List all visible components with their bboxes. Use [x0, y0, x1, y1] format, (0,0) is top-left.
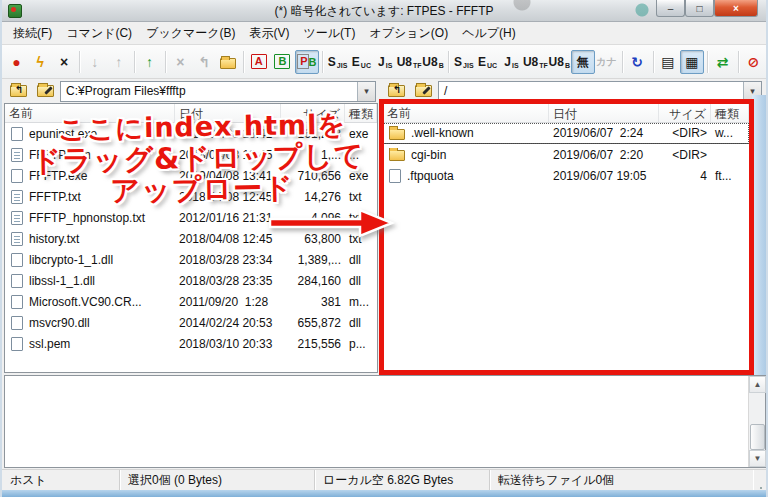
window-controls: –□× [656, 0, 758, 17]
host-kanji-utf8bom-button[interactable]: U8B [421, 50, 445, 74]
abort-button[interactable]: ⊘ [742, 50, 766, 74]
toolbar-separator [322, 51, 323, 73]
download-icon: ↓ [91, 55, 98, 69]
app-icon [8, 4, 22, 18]
local-kanji-jis-button[interactable]: JIS [500, 50, 524, 74]
local-kanji-utf8bom-button[interactable]: U8B [547, 50, 571, 74]
delete-button[interactable]: × [169, 50, 193, 74]
make-directory-button[interactable] [216, 50, 240, 74]
local-change-folder-button[interactable] [33, 81, 57, 102]
column-header-name[interactable]: 名前 [383, 104, 549, 122]
minimize-button[interactable]: – [656, 0, 685, 17]
menu-help[interactable]: ヘルプ(H) [455, 22, 523, 45]
column-header-size[interactable]: サイズ [281, 104, 345, 122]
quick-connect-button[interactable]: ϟ [29, 50, 53, 74]
title-bar: (*) 暗号化されています: FTPES - FFFTP –□× [2, 0, 766, 22]
menu-command[interactable]: コマンド(C) [59, 22, 139, 45]
local-file-list: epuninst.exe 2019/04/08 13:41 161,288 ex… [5, 123, 377, 354]
FFFTP.txt[interactable]: FFFTP.txt 2018/04/08 12:45 14,276 txt [5, 186, 377, 207]
kana-convert-button[interactable]: カナ [595, 50, 619, 74]
epuninst.exe[interactable]: epuninst.exe 2019/04/08 13:41 161,288 ex… [5, 123, 377, 144]
file-icon [11, 337, 23, 351]
column-header-date[interactable]: 日付 [549, 104, 659, 122]
log-area: ▲ ▼ [4, 375, 766, 468]
column-header-type[interactable]: 種類 [345, 104, 377, 122]
remote-file-list: .well-known 2019/06/07 2:24 <DIR> w... c… [383, 123, 749, 186]
status-bar: ホスト選択0個 (0 Bytes)ローカル空 6.82G Bytes転送待ちファ… [2, 469, 768, 490]
detail-view-icon: ▦ [685, 55, 698, 69]
host-kanji-jis-button[interactable]: JIS [373, 50, 397, 74]
column-header-date[interactable]: 日付 [175, 104, 281, 122]
download-button[interactable]: ↓ [83, 50, 107, 74]
scroll-up-button[interactable]: ▲ [749, 376, 766, 393]
menu-connect[interactable]: 接続(F) [6, 22, 59, 45]
local-path-dropdown-button[interactable]: ▾ [357, 82, 375, 101]
detail-view-button[interactable]: ▦ [680, 50, 704, 74]
host-kanji-sjis-button[interactable]: SJIS [326, 50, 350, 74]
menu-option[interactable]: オプション(O) [362, 22, 455, 45]
mirror-upload-button[interactable]: ↑ [138, 50, 162, 74]
remote-up-folder-button[interactable]: ↰ [384, 81, 408, 102]
auto-mode-button[interactable]: PB [295, 50, 319, 74]
upload-button[interactable]: ↑ [107, 50, 131, 74]
libcrypto-1_1.dll[interactable]: libcrypto-1_1.dll 2018/03/28 23:34 1,389… [5, 249, 377, 270]
binary-mode-button[interactable]: B [271, 50, 295, 74]
window-bottom-edge [2, 490, 768, 497]
toolbar-separator [79, 51, 80, 73]
rename-button[interactable]: ↰ [193, 50, 217, 74]
remote-file-pane: 名前 日付 サイズ 種類 .well-known 2019/06/07 2:24… [382, 103, 750, 373]
local-kanji-euc-button[interactable]: EUC [476, 50, 500, 74]
local-kanji-utf8bom-icon: U8 [549, 56, 564, 68]
disconnect-button[interactable]: × [53, 50, 77, 74]
sync-folders-icon: ⇄ [717, 55, 729, 69]
host-kanji-sjis-icon: S [328, 56, 336, 68]
toolbar-separator [165, 51, 166, 73]
column-header-size[interactable]: サイズ [659, 104, 711, 122]
local-path-combobox[interactable]: C:¥Program Files¥ffftp ▾ [60, 81, 376, 102]
scrollbar-thumb[interactable] [750, 424, 765, 450]
host-kanji-utf8-button[interactable]: U8TF [397, 50, 421, 74]
menu-bookmark[interactable]: ブックマーク(B) [139, 22, 242, 45]
toolbar: ●ϟ×↓↑↑×↰ABPBSJISEUCJISU8TFU8BSJISEUCJISU… [2, 45, 766, 79]
sync-folders-button[interactable]: ⇄ [711, 50, 735, 74]
menu-tool[interactable]: ツール(T) [297, 22, 363, 45]
ssl.pem[interactable]: ssl.pem 2018/03/10 20:33 215,556 p... [5, 333, 377, 354]
toolbar-separator [622, 51, 623, 73]
host-kanji-euc-button[interactable]: EUC [349, 50, 373, 74]
menu-view[interactable]: 表示(V) [243, 22, 297, 45]
log-scrollbar[interactable]: ▲ ▼ [748, 376, 765, 467]
folder-icon [389, 150, 405, 161]
column-header-name[interactable]: 名前 [5, 104, 175, 122]
refresh-button[interactable]: ↻ [626, 50, 650, 74]
column-header-type[interactable]: 種類 [711, 104, 749, 122]
file-icon [389, 169, 401, 183]
cgi-bin[interactable]: cgi-bin 2019/06/07 2:20 <DIR> [383, 144, 749, 165]
remote-path-combobox[interactable]: / ▾ [438, 81, 762, 102]
local-kanji-utf8-button[interactable]: U8TF [523, 50, 547, 74]
history.txt[interactable]: history.txt 2018/04/08 12:45 63,800 txt [5, 228, 377, 249]
.well-known[interactable]: .well-known 2019/06/07 2:24 <DIR> w... [383, 123, 749, 144]
list-view-button[interactable]: ▤ [657, 50, 681, 74]
FFFTP.chm[interactable]: FFFTP.chm 2018/04/08 12:45 1,... ... [5, 144, 377, 165]
libssl-1_1.dll[interactable]: libssl-1_1.dll 2018/03/28 23:35 284,160 … [5, 270, 377, 291]
.ftpquota[interactable]: .ftpquota 2019/06/07 19:05 4 ft... [383, 165, 749, 186]
rename-icon: ↰ [198, 55, 210, 69]
FFFTP.exe[interactable]: FFFTP.exe 2019/04/08 13:41 710,656 exe [5, 165, 377, 186]
local-kanji-sjis-button[interactable]: SJIS [452, 50, 476, 74]
close-button[interactable]: × [714, 0, 758, 17]
maximize-button[interactable]: □ [685, 0, 714, 17]
ascii-mode-button[interactable]: A [247, 50, 271, 74]
refresh-icon: ↻ [631, 55, 643, 69]
connect-button[interactable]: ● [5, 50, 29, 74]
msvcr90.dll[interactable]: msvcr90.dll 2014/02/24 20:53 655,872 dll [5, 312, 377, 333]
scroll-down-button[interactable]: ▼ [749, 450, 766, 467]
kanji-none-button[interactable]: 無 [571, 50, 595, 74]
list-view-icon: ▤ [661, 55, 674, 69]
file-icon [11, 253, 23, 267]
status-host: ホスト [2, 470, 120, 490]
remote-change-folder-button[interactable] [411, 81, 435, 102]
local-up-folder-button[interactable]: ↰ [6, 81, 30, 102]
connect-icon: ● [12, 55, 20, 69]
FFFTP_hpnonstop.txt[interactable]: FFFTP_hpnonstop.txt 2012/01/16 21:31 4,0… [5, 207, 377, 228]
Microsoft.VC90.CR...[interactable]: Microsoft.VC90.CR... 2011/09/20 1:28 381… [5, 291, 377, 312]
